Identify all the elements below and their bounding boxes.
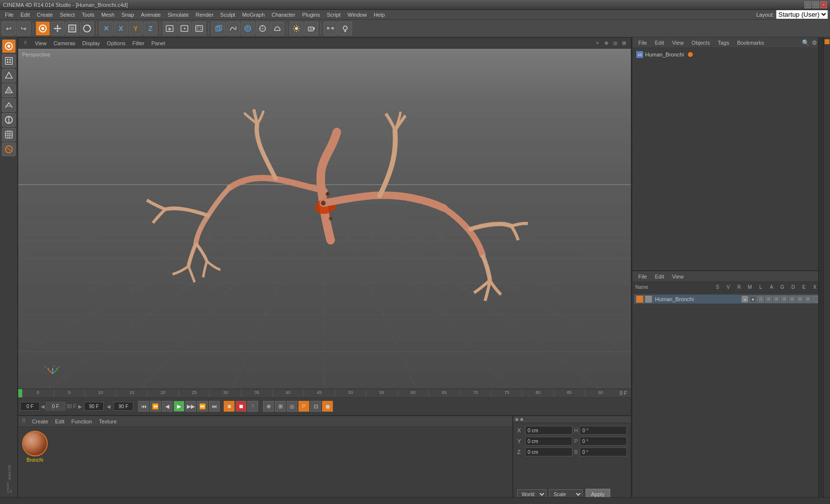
next-key-button[interactable]: ⏩	[197, 401, 208, 412]
dots-button[interactable]: ⊡	[310, 401, 321, 412]
menu-animate[interactable]: Animate	[138, 11, 164, 19]
vp-expand-icon[interactable]: +	[593, 39, 601, 47]
vp-menu-display[interactable]: Display	[79, 39, 103, 47]
close-button[interactable]: ×	[820, 1, 827, 8]
move-button[interactable]	[51, 22, 64, 35]
cube-button[interactable]	[211, 22, 225, 35]
vp-menu-view[interactable]: View	[32, 39, 50, 47]
menu-plugins[interactable]: Plugins	[299, 11, 323, 19]
square-button[interactable]: ⊞	[275, 401, 286, 412]
tool3-button[interactable]	[2, 142, 16, 156]
vp-menu-cameras[interactable]: Cameras	[51, 39, 79, 47]
vp-fullscreen-icon[interactable]: ⊞	[620, 39, 628, 47]
max-frame-input[interactable]	[114, 402, 133, 411]
obj-menu-objects[interactable]: Objects	[688, 39, 712, 47]
circle-button[interactable]: ◎	[287, 401, 297, 412]
obj-bot-menu-edit[interactable]: Edit	[652, 273, 667, 280]
viewport[interactable]: Perspective Z X Y	[18, 49, 631, 389]
scale-button[interactable]	[65, 22, 79, 35]
menu-help[interactable]: Help	[371, 11, 388, 19]
menu-snap[interactable]: Snap	[119, 11, 137, 19]
redo-button[interactable]: ↪	[17, 22, 30, 35]
right-panel-scrollbar[interactable]	[818, 37, 823, 504]
prev-key-button[interactable]: ⏪	[150, 401, 161, 412]
camera-button[interactable]	[304, 22, 318, 35]
object-mode-button[interactable]	[2, 98, 16, 112]
obj-icon-g[interactable]: ⊡	[789, 296, 796, 303]
vp-menu-panel[interactable]: Panel	[148, 39, 168, 47]
next-frame-button[interactable]: ▶▶	[185, 401, 196, 412]
obj-row-human-bronchi[interactable]: Human_Bronchi ● ■ ◫ ⊡ ⊡ ⊡ ⊡ ⊡ ⊡ ×	[634, 295, 821, 304]
obj-bot-menu-file[interactable]: File	[635, 273, 650, 280]
render-view-button[interactable]	[178, 22, 191, 35]
y-axis-button[interactable]: Y	[129, 22, 143, 35]
tool2-button[interactable]	[2, 128, 16, 141]
start-frame-input[interactable]	[46, 402, 65, 411]
light-button[interactable]	[290, 22, 303, 35]
record-button[interactable]: ⏺	[224, 401, 235, 412]
menu-tools[interactable]: Tools	[79, 11, 97, 19]
obj-icon-s[interactable]: ●	[741, 296, 748, 303]
stop-button[interactable]: ⏹	[236, 401, 246, 412]
deformer-button[interactable]	[270, 22, 284, 35]
menu-simulate[interactable]: Simulate	[165, 11, 192, 19]
search-icon[interactable]: 🔍	[801, 39, 809, 47]
mat-menu-texture[interactable]: Texture	[96, 418, 119, 425]
obj-icon-d[interactable]: ⊡	[797, 296, 803, 303]
spline-button[interactable]	[226, 22, 240, 35]
vp-menu-options[interactable]: Options	[104, 39, 128, 47]
b-rotation-input[interactable]	[580, 448, 627, 456]
point-mode-button[interactable]	[2, 84, 16, 97]
h-rotation-input[interactable]	[580, 426, 627, 435]
obj-menu-tags[interactable]: Tags	[715, 39, 732, 47]
help-button[interactable]: ?	[247, 401, 258, 412]
obj-icon-r[interactable]: ◫	[757, 296, 764, 303]
right-edge-button[interactable]	[825, 39, 830, 44]
obj-icon-v[interactable]: ■	[749, 296, 756, 303]
menu-script[interactable]: Script	[324, 11, 344, 19]
vp-menu-filter[interactable]: Filter	[129, 39, 147, 47]
param-button[interactable]: P	[298, 401, 309, 412]
x-position-input[interactable]	[525, 426, 572, 435]
x-axis-button[interactable]: X	[114, 22, 128, 35]
obj-menu-file[interactable]: File	[635, 39, 650, 47]
bronchi-material-swatch[interactable]	[22, 431, 48, 456]
keyframe-button[interactable]: ◼	[322, 401, 333, 412]
generator-button[interactable]	[256, 22, 269, 35]
maximize-button[interactable]: □	[812, 1, 819, 8]
menu-mesh[interactable]: Mesh	[98, 11, 118, 19]
timeline-tick-area[interactable]: 0 5 10 15 20 25 30 35 40 45 50 55	[22, 389, 616, 397]
filter-icon[interactable]: ⚙	[810, 39, 818, 47]
vp-solo-icon[interactable]: ◎	[611, 39, 619, 47]
p-rotation-input[interactable]	[580, 437, 627, 446]
obj-menu-bookmarks[interactable]: Bookmarks	[734, 39, 767, 47]
undo-transform-button[interactable]: ✕	[99, 22, 113, 35]
glasses-button[interactable]: 👓	[324, 22, 337, 35]
render-region-button[interactable]	[192, 22, 206, 35]
menu-sculpt[interactable]: Sculpt	[217, 11, 238, 19]
menu-select[interactable]: Select	[57, 11, 78, 19]
render-to-picture-button[interactable]	[163, 22, 177, 35]
undo-button[interactable]: ↩	[2, 22, 16, 35]
obj-icon-a[interactable]: ⊡	[781, 296, 788, 303]
obj-icon-l[interactable]: ⊡	[773, 296, 780, 303]
obj-menu-edit[interactable]: Edit	[652, 39, 667, 47]
menu-file[interactable]: File	[2, 11, 17, 19]
end-frame-input[interactable]	[84, 402, 104, 411]
minimize-button[interactable]: −	[804, 1, 811, 8]
crosshair-button[interactable]: ⊕	[263, 401, 274, 412]
menu-create[interactable]: Create	[34, 11, 56, 19]
nurbs-button[interactable]	[241, 22, 255, 35]
layout-dropdown[interactable]: Startup (User)	[776, 10, 828, 19]
obj-icon-e[interactable]: ⊡	[804, 296, 811, 303]
menu-render[interactable]: Render	[193, 11, 216, 19]
model-mode-button[interactable]	[2, 39, 16, 53]
lamp-button[interactable]	[338, 22, 352, 35]
obj-menu-view[interactable]: View	[669, 39, 687, 47]
live-selection-button[interactable]	[36, 22, 50, 35]
menu-character[interactable]: Character	[268, 11, 298, 19]
z-axis-button[interactable]: Z	[144, 22, 157, 35]
edge-mode-button[interactable]	[2, 69, 16, 83]
menu-mograph[interactable]: MoGraph	[239, 11, 267, 19]
mat-menu-edit[interactable]: Edit	[52, 418, 67, 425]
